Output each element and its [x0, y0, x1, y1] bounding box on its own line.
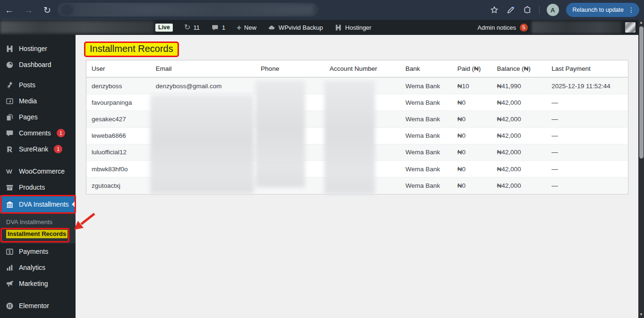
browser-profile-avatar[interactable]: A	[547, 4, 559, 16]
sidebar-item-label: Payments	[19, 248, 48, 255]
cell-last-payment: —	[546, 182, 628, 189]
cell-paid: ₦0	[452, 132, 492, 139]
wpvivid-backup-item[interactable]: WPvivid Backup	[268, 24, 323, 32]
submenu-item-installment-records[interactable]: Installment Records	[0, 228, 76, 240]
sidebar-item-label: WooCommerce	[19, 167, 65, 175]
sidebar-item-woocommerce[interactable]: WooCommerce	[0, 163, 76, 179]
cell-bank: Wema Bank	[400, 99, 452, 106]
forward-icon[interactable]: →	[24, 6, 33, 15]
relaunch-label: Relaunch to update	[573, 7, 624, 13]
relaunch-to-update-button[interactable]: Relaunch to update ⋮	[566, 3, 639, 17]
cell-user: denzyboss	[86, 83, 151, 90]
url-text-blurred	[76, 5, 314, 15]
main-content: Installment Records UserEmailPhoneAccoun…	[76, 35, 638, 318]
browser-menu-kebab-icon[interactable]: ⋮	[628, 6, 635, 14]
sidebar-item-comments[interactable]: Comments1	[0, 125, 76, 141]
analytics-icon	[5, 263, 14, 272]
browser-actions: A Relaunch to update ⋮	[490, 0, 639, 20]
sidebar-item-surerank[interactable]: SureRank1	[0, 141, 76, 157]
toolbar-divider	[539, 6, 540, 14]
sidebar-item-label: Comments	[19, 129, 51, 137]
comments-item[interactable]: 1	[211, 24, 225, 32]
sidebar-item-label: Pages	[19, 113, 38, 121]
sidebar-item-dva-installments[interactable]: DVA Installments	[0, 195, 76, 213]
sidebar-item-analytics[interactable]: Analytics	[0, 259, 76, 276]
cell-bank: Wema Bank	[400, 182, 452, 189]
sidebar-item-payments[interactable]: Payments	[0, 243, 76, 259]
cell-balance: ₦42,000	[492, 182, 547, 189]
sidebar-item-elementor[interactable]: Elementor	[0, 298, 76, 314]
bank-icon	[5, 200, 14, 209]
updates-icon: ↻	[184, 24, 190, 31]
column-header-paid-: Paid (₦)	[452, 65, 492, 72]
sidebar-item-hostinger[interactable]: Hostinger	[0, 41, 76, 57]
cell-bank: Wema Bank	[400, 166, 452, 173]
submenu-item-label: Installment Records	[6, 230, 68, 238]
count-badge: 1	[54, 145, 62, 153]
cell-balance: ₦42,000	[492, 132, 547, 139]
extensions-puzzle-icon[interactable]	[523, 5, 532, 15]
scrollbar-thumb[interactable]	[639, 26, 644, 159]
sidebar-item-label: Products	[19, 184, 45, 191]
updates-item[interactable]: ↻ 11	[184, 24, 200, 31]
sidebar-item-products[interactable]: Products	[0, 179, 76, 195]
surerank-icon	[5, 144, 14, 154]
cell-user: zgutoactxj	[86, 182, 151, 189]
account-number-column-blurred	[324, 81, 375, 194]
column-header-balance-: Balance (₦)	[492, 65, 547, 72]
admin-notices-label[interactable]: Admin notices	[477, 24, 516, 31]
admin-bar-left-items: Live ↻ 11 1 + New WPvivid Backup	[155, 20, 372, 35]
cell-email: denzyboss@gmail.com	[151, 83, 256, 90]
media-icon	[5, 96, 14, 106]
cell-paid: ₦0	[452, 99, 492, 106]
scroll-up-icon[interactable]: ▲	[639, 20, 643, 26]
marketing-icon	[5, 279, 14, 288]
sidebar-item-media[interactable]: Media	[0, 93, 76, 109]
screen: ← → ↻ A Relaunch to update ⋮	[0, 0, 644, 318]
cell-last-payment: —	[546, 116, 628, 123]
live-badge[interactable]: Live	[155, 24, 173, 32]
wpvivid-label: WPvivid Backup	[279, 24, 323, 31]
user-avatar[interactable]	[625, 22, 636, 33]
cell-paid: ₦10	[452, 83, 492, 90]
cell-user: gesakec427	[86, 116, 151, 123]
column-header-phone: Phone	[255, 65, 324, 72]
color-picker-extension-icon[interactable]	[506, 5, 516, 15]
back-icon[interactable]: ←	[5, 6, 14, 15]
hostinger-bar-item[interactable]: Hostinger	[334, 24, 372, 32]
sidebar-item-posts[interactable]: Posts	[0, 77, 76, 93]
hostinger-icon	[334, 24, 342, 32]
cell-balance: ₦42,000	[492, 99, 547, 106]
elementor-icon	[5, 301, 14, 310]
cloud-icon	[268, 24, 276, 32]
column-header-user: User	[86, 65, 151, 72]
cell-user: mbwk83hf0o	[86, 166, 151, 173]
sidebar-item-label: Posts	[19, 81, 35, 89]
column-header-account-number: Account Number	[324, 65, 400, 72]
new-item[interactable]: + New	[237, 24, 256, 32]
address-bar[interactable]	[58, 3, 318, 17]
sidebar-item-label: Marketing	[19, 280, 48, 287]
phone-column-blurred	[255, 81, 305, 187]
browser-toolbar: ← → ↻ A Relaunch to update ⋮	[0, 0, 644, 20]
sidebar-item-marketing[interactable]: Marketing	[0, 276, 76, 292]
count-badge: 1	[57, 129, 65, 137]
cell-last-payment: —	[546, 166, 628, 173]
submenu-item-dva-installments[interactable]: DVA Installments	[0, 216, 76, 228]
refresh-icon[interactable]: ↻	[43, 6, 51, 15]
cell-last-payment: 2025-12-19 11:52:44	[546, 83, 628, 90]
admin-notices-count-badge: 5	[520, 24, 528, 32]
dva-installments-submenu: DVA InstallmentsInstallment Records	[0, 213, 76, 243]
sidebar-item-pages[interactable]: Pages	[0, 109, 76, 125]
cell-balance: ₦42,000	[492, 149, 547, 156]
sidebar-item-dashboard[interactable]: Dashboard	[0, 57, 76, 73]
cell-bank: Wema Bank	[400, 149, 452, 156]
column-header-email: Email	[151, 65, 256, 72]
page-scrollbar[interactable]: ▲ ▼	[638, 20, 644, 318]
scroll-down-icon[interactable]: ▼	[639, 312, 643, 318]
bookmark-star-icon[interactable]	[490, 5, 499, 15]
products-icon	[5, 183, 14, 192]
email-column-blurred	[150, 94, 254, 193]
sidebar-item-label: Media	[19, 97, 37, 105]
howdy-user-blurred[interactable]	[532, 21, 621, 33]
